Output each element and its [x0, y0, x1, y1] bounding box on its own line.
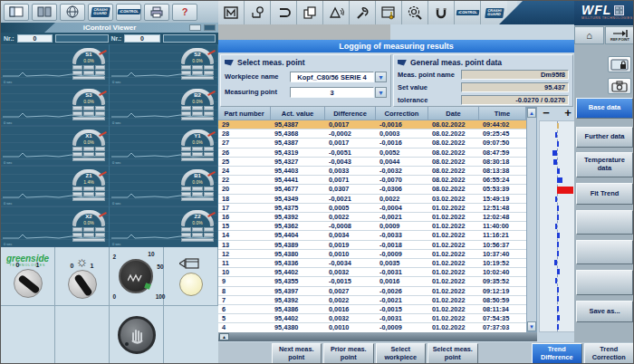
- gauge-key-wide[interactable]: [181, 197, 214, 201]
- table-row[interactable]: 995,4355-0,00150,001601.02.202209:35:52: [218, 277, 526, 286]
- table-row[interactable]: 895,43970,0027-0,002601.02.202209:12:19: [218, 287, 526, 296]
- measuring-point-value[interactable]: 3: [290, 87, 374, 98]
- column-header-1[interactable]: Act. value: [271, 107, 325, 120]
- gauge-key-wide[interactable]: [72, 238, 105, 242]
- gauge-key[interactable]: [181, 65, 191, 70]
- gauge-key[interactable]: [95, 106, 105, 110]
- gauge-key[interactable]: [181, 147, 191, 151]
- gauge-key[interactable]: [83, 192, 93, 196]
- gauge-key[interactable]: [181, 111, 191, 116]
- softkey-next-meas-point[interactable]: Next meas. point: [272, 343, 322, 364]
- table-row[interactable]: 1695,43920,0022-0,002101.02.202212:02:48: [218, 213, 526, 222]
- table-row[interactable]: 1095,44020,0032-0,003101.02.202210:02:40: [218, 268, 526, 277]
- gauge-key[interactable]: [192, 192, 202, 196]
- table-hscroll[interactable]: ▲: [218, 332, 537, 341]
- gauge-key[interactable]: [192, 152, 202, 157]
- status-lamp[interactable]: [179, 273, 203, 296]
- gauge-key[interactable]: [72, 111, 82, 116]
- gauge-key-wide[interactable]: [72, 117, 105, 120]
- averaging-knob[interactable]: [119, 259, 153, 293]
- gauge-key[interactable]: [83, 106, 93, 110]
- gauge-z1[interactable]: Z11.4%: [72, 169, 107, 201]
- nr-value-2[interactable]: 0: [124, 34, 160, 43]
- sidebar-button-base-data[interactable]: Base data: [576, 98, 633, 119]
- gauge-key[interactable]: [181, 152, 191, 157]
- sidebar-button-further-data[interactable]: Further data: [576, 127, 633, 148]
- gauge-key-wide[interactable]: [72, 158, 105, 161]
- m-function-icon[interactable]: [218, 1, 245, 24]
- home-button[interactable]: ⌂: [574, 26, 604, 44]
- gauge-key[interactable]: [72, 227, 82, 232]
- gauge-key[interactable]: [95, 187, 105, 191]
- gauge-key[interactable]: [192, 106, 202, 110]
- table-row[interactable]: 1395,43890,0019-0,001801.02.202210:56:37: [218, 241, 526, 250]
- gauge-key[interactable]: [181, 227, 191, 232]
- column-header-0[interactable]: Part number: [218, 107, 271, 120]
- screenshot-lock-button[interactable]: [608, 56, 631, 72]
- table-row[interactable]: 2695,4319-0,00510,005208.02.202208:47:59: [218, 148, 526, 158]
- gauge-key[interactable]: [72, 65, 82, 70]
- gauge-key[interactable]: [83, 71, 93, 75]
- table-row[interactable]: 2895,4368-0,00020,000308.02.202209:25:45: [218, 129, 526, 139]
- gauge-key[interactable]: [72, 187, 82, 191]
- gauge-key[interactable]: [192, 227, 202, 232]
- magnet-icon[interactable]: [428, 1, 455, 24]
- gauge-key[interactable]: [204, 71, 214, 75]
- measuring-point-dropdown-button[interactable]: ▼: [375, 87, 387, 98]
- measure-probe-icon[interactable]: [245, 1, 271, 24]
- gauge-key[interactable]: [204, 147, 214, 151]
- minimize-icon[interactable]: [189, 24, 201, 31]
- alarm-triangle-icon[interactable]: [323, 1, 350, 24]
- gauge-s2[interactable]: S20.0%: [181, 48, 216, 80]
- sidebar-button-save-as-[interactable]: Save as...: [576, 301, 633, 322]
- globe-icon[interactable]: [60, 4, 85, 21]
- gauge-key[interactable]: [95, 227, 105, 232]
- power-rotary-switch[interactable]: 0 1: [14, 269, 43, 298]
- gauge-key[interactable]: [72, 233, 82, 237]
- table-row[interactable]: 695,43860,0016-0,001501.02.202208:11:34: [218, 305, 526, 314]
- gauge-key[interactable]: [83, 147, 93, 151]
- ref-point-button[interactable]: REF.POINT: [605, 26, 634, 44]
- gauge-key-wide[interactable]: [181, 76, 214, 80]
- gauge-key[interactable]: [204, 227, 214, 232]
- table-row[interactable]: 2495,44030,0033-0,003208.02.202208:13:38: [218, 167, 526, 176]
- table-row[interactable]: 2795,43870,0017-0,001608.02.202209:07:50: [218, 139, 526, 148]
- gauge-key[interactable]: [72, 106, 82, 110]
- light-rotary-switch[interactable]: 0 1: [68, 270, 97, 299]
- gauge-key[interactable]: [192, 111, 202, 116]
- dual-pane-icon[interactable]: [32, 4, 57, 21]
- gauge-key-wide[interactable]: [181, 117, 214, 120]
- gauge-key[interactable]: [72, 192, 82, 196]
- crashguard-logo[interactable]: CRASH!GUARD: [88, 4, 113, 21]
- gauge-key[interactable]: [192, 147, 202, 151]
- table-row[interactable]: 1595,4362-0,00080,000901.02.202211:40:00: [218, 222, 526, 231]
- gauge-key[interactable]: [72, 71, 82, 75]
- gauge-key-wide[interactable]: [72, 197, 105, 201]
- softkey-trend-correction[interactable]: Trend Correction: [584, 343, 634, 364]
- gauge-key[interactable]: [192, 65, 202, 70]
- softkey-prior-meas-point[interactable]: Prior meas. point: [323, 343, 374, 364]
- icontrol-logo[interactable]: iCONTROL: [455, 1, 481, 24]
- gauge-key[interactable]: [83, 152, 93, 157]
- trend-zoom-out-button[interactable]: −: [539, 107, 553, 120]
- gauge-key[interactable]: [95, 147, 105, 151]
- table-row[interactable]: 795,43920,0022-0,002101.02.202208:50:59: [218, 296, 526, 305]
- gauge-key[interactable]: [204, 192, 214, 196]
- nr-value-1[interactable]: 0: [17, 34, 53, 43]
- gauge-key[interactable]: [192, 71, 202, 75]
- table-row[interactable]: 595,44020,0032-0,003101.02.202207:54:35: [218, 314, 526, 323]
- gauge-s3[interactable]: S30.0%: [72, 89, 107, 120]
- softkey-select-workpiece[interactable]: Select workpiece: [376, 343, 427, 364]
- table-row[interactable]: 2295,44410,0071-0,007008.02.202206:55:24: [218, 176, 526, 185]
- service-wrench-icon[interactable]: [350, 1, 376, 24]
- hscroll-arrow-icon[interactable]: ▲: [219, 333, 229, 340]
- trend-zoom-in-button[interactable]: +: [561, 107, 575, 120]
- gauge-key-wide[interactable]: [181, 158, 214, 161]
- sidebar-button-empty-6[interactable]: [576, 270, 633, 295]
- column-header-5[interactable]: Time: [479, 107, 526, 120]
- nr-field-1[interactable]: [55, 34, 108, 43]
- gauge-key[interactable]: [83, 233, 93, 237]
- table-row[interactable]: 1795,43750,0005-0,000401.02.202212:51:48: [218, 204, 526, 213]
- gauge-key[interactable]: [204, 233, 214, 237]
- gauge-b2[interactable]: B20.0%: [181, 89, 216, 120]
